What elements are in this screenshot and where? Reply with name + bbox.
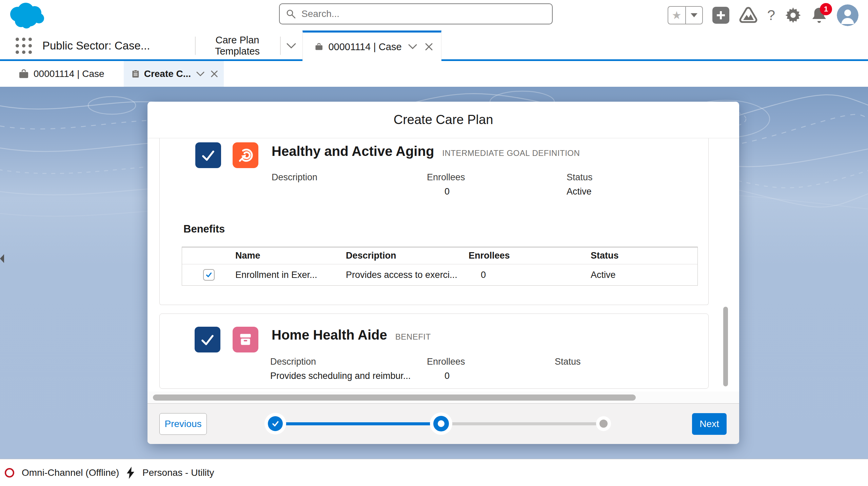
benefit-type-label: BENEFIT <box>395 332 431 342</box>
benefit-glyph <box>237 331 254 348</box>
search-input[interactable] <box>301 8 546 19</box>
goal-status-label: Status <box>567 172 655 183</box>
global-header: ★ ? <box>0 0 868 31</box>
goal-title: Healthy and Active Aging <box>272 144 434 159</box>
notifications-button[interactable]: 1 <box>811 6 827 24</box>
salesforce-logo <box>6 1 47 29</box>
setup-button[interactable] <box>785 7 802 24</box>
subtab-create-care-plan[interactable]: Create C... <box>124 61 224 87</box>
avatar[interactable] <box>837 4 859 26</box>
header-actions: ★ ? <box>668 0 859 31</box>
notification-badge: 1 <box>820 3 832 15</box>
previous-button[interactable]: Previous <box>159 413 207 435</box>
split-view-collapse-handle[interactable] <box>0 254 4 263</box>
benefit-card: Home Health Aide BENEFIT Description Pro… <box>159 313 709 389</box>
cell-status: Active <box>588 270 697 280</box>
omni-channel-utility[interactable]: Omni-Channel (Offline) <box>5 459 119 486</box>
vertical-scrollbar[interactable] <box>723 307 728 386</box>
check-icon <box>199 331 216 348</box>
tab-care-plan-templates[interactable]: Care Plan Templates <box>195 31 280 61</box>
star-icon: ★ <box>672 9 682 22</box>
benefit-enrollees-value: 0 <box>427 371 501 382</box>
chevron-down-icon <box>196 72 204 77</box>
row-checkbox[interactable] <box>203 269 215 281</box>
chevron-down-icon <box>690 13 698 18</box>
benefit-checkbox[interactable] <box>195 327 220 352</box>
offline-status-icon <box>5 468 14 478</box>
main-content-area: Create Care Plan <box>0 87 868 459</box>
create-care-plan-dialog: Create Care Plan <box>147 102 739 444</box>
progress-step-1-completed[interactable] <box>268 416 283 431</box>
omni-channel-label: Omni-Channel (Offline) <box>22 467 119 478</box>
global-search <box>279 3 553 24</box>
guidance-center-button[interactable] <box>739 6 758 24</box>
subtab-case[interactable]: 00001114 | Case <box>14 61 115 87</box>
benefit-description-label: Description <box>270 357 413 367</box>
horizontal-scrollbar-track <box>147 391 739 403</box>
progress-step-3-upcoming[interactable] <box>599 420 608 428</box>
subtab-create-close-button[interactable] <box>210 66 219 81</box>
subtab-create-dropdown-button[interactable] <box>196 66 205 81</box>
benefit-status-value <box>555 371 643 382</box>
benefit-table-row[interactable]: Enrollment in Exer... Provides access to… <box>182 264 697 285</box>
dialog-header: Create Care Plan <box>147 102 739 138</box>
goal-type-label: INTERMEDIATE GOAL DEFINITION <box>442 148 580 158</box>
personas-utility[interactable]: Personas - Utility <box>126 459 214 486</box>
check-icon <box>199 146 217 164</box>
cell-enrollees: 0 <box>466 270 588 280</box>
benefits-table-header: Name Description Enrollees Status <box>182 247 697 264</box>
utility-bar: Omni-Channel (Offline) Personas - Utilit… <box>0 459 868 486</box>
briefcase-icon <box>19 69 29 79</box>
favorites-control: ★ <box>668 6 703 24</box>
next-button[interactable]: Next <box>692 413 727 435</box>
goal-enrollees-value: 0 <box>427 186 501 197</box>
goal-enrollees-label: Enrollees <box>427 172 501 183</box>
search-icon <box>286 9 296 19</box>
benefit-description-value: Provides scheduling and reimbur... <box>270 371 413 382</box>
favorite-button[interactable]: ★ <box>668 6 685 24</box>
subtab-create-label: Create C... <box>144 68 191 79</box>
goal-card: Healthy and Active Aging INTERMEDIATE GO… <box>159 138 709 305</box>
benefit-title: Home Health Aide <box>272 327 387 343</box>
tab-case-label: 00001114 | Case <box>328 41 401 53</box>
dialog-body: Healthy and Active Aging INTERMEDIATE GO… <box>147 138 739 391</box>
column-header-enrollees: Enrollees <box>466 250 588 261</box>
tab-case-close-button[interactable] <box>423 39 434 54</box>
chevron-down-icon <box>286 43 296 49</box>
check-icon <box>271 419 280 428</box>
user-icon <box>837 4 859 26</box>
lightning-bolt-icon <box>126 466 135 479</box>
column-header-status: Status <box>588 250 697 261</box>
app-name: Public Sector: Case... <box>42 31 150 61</box>
goal-glyph <box>237 147 254 164</box>
benefits-heading: Benefits <box>183 223 225 235</box>
goal-definition-icon <box>233 142 258 168</box>
trailhead-icon <box>739 6 758 24</box>
benefit-enrollees-label: Enrollees <box>427 357 501 367</box>
close-icon <box>425 43 433 51</box>
tab-case-dropdown-button[interactable] <box>407 39 418 54</box>
app-launcher-button[interactable] <box>14 36 33 55</box>
benefit-status-label: Status <box>555 357 643 367</box>
column-header-name: Name <box>233 250 343 261</box>
goal-status-value: Active <box>567 186 655 197</box>
dialog-title: Create Care Plan <box>394 113 493 127</box>
briefcase-icon <box>315 42 323 52</box>
gear-icon <box>785 7 802 24</box>
tab-case-active[interactable]: 00001114 | Case <box>302 31 441 61</box>
progress-line-upcoming <box>441 422 607 425</box>
plus-icon <box>715 10 726 21</box>
benefits-table: Name Description Enrollees Status E <box>182 247 698 286</box>
horizontal-scrollbar[interactable] <box>153 394 636 401</box>
favorites-dropdown-button[interactable] <box>685 6 703 24</box>
chevron-down-icon <box>408 44 417 49</box>
goal-checkbox[interactable] <box>195 142 221 168</box>
progress-step-2-current[interactable] <box>433 416 449 431</box>
benefit-icon <box>233 327 258 352</box>
subtab-bar: 00001114 | Case Create C... <box>0 61 868 87</box>
help-button[interactable]: ? <box>767 7 775 23</box>
tab-templates-dropdown-button[interactable] <box>280 31 302 61</box>
clipboard-icon <box>132 68 139 80</box>
navigation-bar: Public Sector: Case... Care Plan Templat… <box>0 31 868 61</box>
quick-create-button[interactable] <box>712 7 729 24</box>
